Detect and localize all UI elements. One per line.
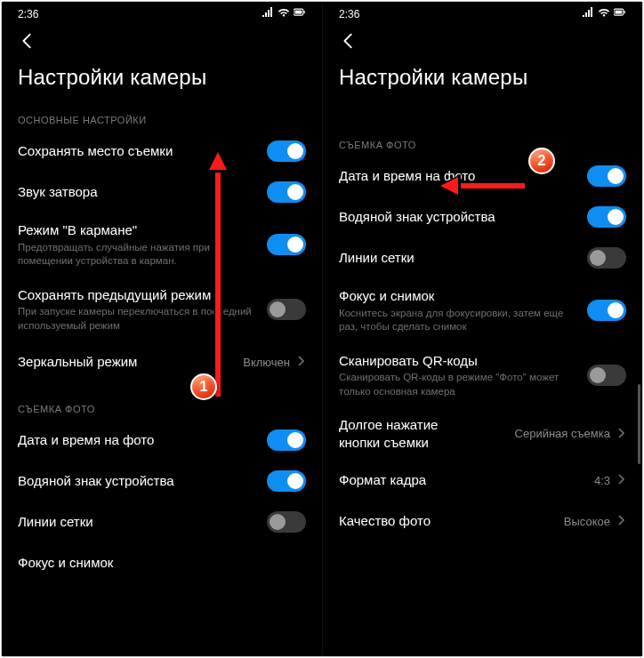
row-label: Водяной знак устройства	[339, 208, 578, 226]
row-label: Водяной знак устройства	[18, 472, 258, 490]
row-gridlines[interactable]: Линии сетки	[2, 502, 322, 542]
wifi-icon	[598, 7, 610, 20]
status-bar: 2:36	[323, 2, 642, 22]
svg-rect-2	[303, 11, 304, 13]
row-label: Фокус и снимок	[18, 554, 297, 572]
row-label: Сохранять место съемки	[18, 142, 258, 160]
chevron-right-icon	[616, 426, 626, 442]
status-time: 2:36	[339, 8, 359, 20]
toggle-focus-shot[interactable]	[587, 300, 626, 321]
row-save-location[interactable]: Сохранять место съемки	[2, 131, 322, 172]
row-label: Дата и время на фото	[339, 167, 578, 185]
screen-right: 2:36 Настройки камеры СЪЕМКА ФОТО Дата и…	[322, 2, 642, 656]
signal-icon	[262, 7, 274, 20]
back-icon[interactable]	[18, 38, 37, 53]
row-sub: Предотвращать случайные нажатия при поме…	[18, 241, 258, 269]
signal-icon	[582, 7, 594, 20]
row-label: Качество фото	[339, 512, 555, 530]
page-title: Настройки камеры	[2, 58, 322, 106]
toggle-save-location[interactable]	[267, 140, 306, 162]
row-label: Сканировать QR-коды	[339, 352, 578, 370]
row-label: Дата и время на фото	[18, 431, 258, 449]
row-value: Серийная съемка	[515, 427, 610, 440]
back-icon[interactable]	[339, 38, 358, 53]
svg-rect-4	[616, 11, 623, 14]
row-label: Звук затвора	[18, 183, 258, 201]
row-watermark[interactable]: Водяной знак устройства	[2, 461, 322, 502]
row-label: Линии сетки	[339, 249, 578, 267]
row-focus-shot[interactable]: Фокус и снимок Коснитесь экрана для фоку…	[323, 278, 642, 343]
row-aspect-ratio[interactable]: Формат кадра 4:3	[323, 460, 642, 501]
row-label: Фокус и снимок	[339, 287, 578, 305]
toggle-date-on-photo[interactable]	[267, 429, 306, 451]
svg-rect-5	[624, 11, 624, 13]
toggle-watermark[interactable]	[587, 206, 626, 228]
section-photo: СЪЕМКА ФОТО	[2, 395, 322, 420]
row-pocket-mode[interactable]: Режим "В кармане" Предотвращать случайны…	[2, 213, 322, 277]
toggle-watermark[interactable]	[267, 470, 306, 492]
wifi-icon	[278, 7, 290, 20]
chevron-right-icon	[616, 472, 626, 488]
row-shutter-sound[interactable]: Звук затвора	[2, 172, 322, 213]
row-photo-quality[interactable]: Качество фото Высокое	[323, 501, 642, 542]
row-label: Режим "В кармане"	[18, 221, 258, 239]
row-sub: Коснитесь экрана для фокусировки, затем …	[339, 307, 578, 334]
row-gridlines[interactable]: Линии сетки	[323, 237, 642, 278]
row-label: Линии сетки	[18, 513, 258, 531]
toggle-scan-qr[interactable]	[587, 365, 626, 386]
toggle-gridlines[interactable]	[587, 247, 626, 269]
row-date-on-photo[interactable]: Дата и время на фото	[2, 420, 322, 461]
svg-rect-1	[295, 11, 302, 14]
scrollbar[interactable]	[638, 384, 640, 464]
status-time: 2:36	[18, 8, 38, 20]
row-date-on-photo[interactable]: Дата и время на фото	[323, 156, 642, 197]
row-label: Зеркальный режим	[18, 353, 234, 371]
row-mirror-mode[interactable]: Зеркальный режим Включен	[2, 341, 322, 382]
status-icons	[582, 7, 626, 20]
battery-icon	[294, 7, 306, 20]
chevron-right-icon	[616, 513, 626, 529]
row-label: Сохранять предыдущий режим	[18, 286, 258, 304]
row-value: Включен	[243, 356, 290, 369]
toggle-pocket-mode[interactable]	[267, 234, 306, 255]
page-title: Настройки камеры	[323, 58, 642, 106]
status-icons	[262, 7, 306, 20]
row-save-previous-mode[interactable]: Сохранять предыдущий режим При запуске к…	[2, 277, 322, 342]
section-basic: ОСНОВНЫЕ НАСТРОЙКИ	[2, 106, 322, 131]
chevron-right-icon	[295, 354, 306, 370]
row-sub: При запуске камеры переключаться в после…	[18, 305, 258, 333]
toggle-gridlines[interactable]	[267, 511, 306, 533]
row-focus-shot[interactable]: Фокус и снимок	[2, 542, 322, 583]
toggle-shutter-sound[interactable]	[267, 181, 306, 203]
row-value: Высокое	[564, 515, 610, 528]
row-value: 4:3	[594, 474, 610, 487]
toggle-date-on-photo[interactable]	[587, 165, 626, 187]
row-sub: Сканировать QR-коды в режиме "Фото" може…	[339, 371, 578, 398]
section-photo: СЪЕМКА ФОТО	[323, 131, 642, 156]
row-label: Формат кадра	[339, 471, 585, 489]
row-watermark[interactable]: Водяной знак устройства	[323, 197, 642, 237]
toggle-save-previous-mode[interactable]	[267, 299, 306, 320]
battery-icon	[614, 7, 626, 20]
row-label: Долгое нажатие кнопки съемки	[339, 416, 472, 451]
row-long-press[interactable]: Долгое нажатие кнопки съемки Серийная съ…	[323, 407, 642, 460]
screen-left: 2:36 Настройки камеры ОСНОВНЫЕ НАСТРОЙКИ…	[2, 2, 322, 656]
status-bar: 2:36	[2, 2, 322, 22]
row-scan-qr[interactable]: Сканировать QR-коды Сканировать QR-коды …	[323, 343, 642, 408]
